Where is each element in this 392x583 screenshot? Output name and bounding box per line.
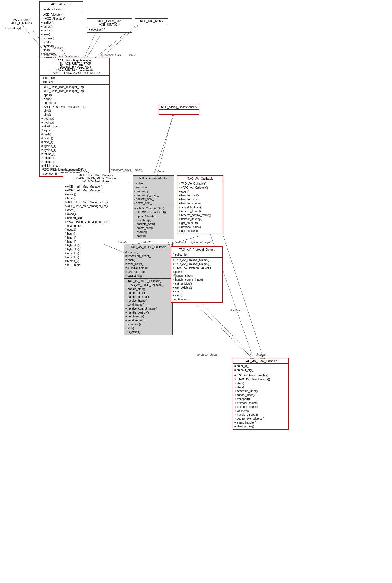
rtcp-channel-out-title: RTCP_Channel_Out: [133, 176, 174, 181]
ace-hash-map-manager-methods: + ACE_Hash_Map_Manager() + ACE_Hash_Map_…: [63, 184, 129, 268]
protocol-object-label-2: #protocol_object_: [197, 353, 219, 356]
tao-av-callback-title: TAO_AV_Callback: [177, 176, 223, 181]
ace-hash-map-manager-ex-large-title: ACE_Hash_Map_Manager _Ex< ACE_UINT32, RT…: [40, 58, 109, 76]
ace-equal-to-title: ACE_Equal_To< ACE_UINT32 >: [87, 19, 132, 27]
ace-hash-uint32-title: ACE_Hash< ACE_UINT32 >: [3, 17, 40, 26]
ace-hash-map-manager-ex-large-box: ACE_Hash_Map_Manager _Ex< ACE_UINT32, RT…: [39, 58, 110, 177]
ace-hash-map-manager-ex-large-methods: + ACE_Hash_Map_Manager_Ex() + ACE_Hash_M…: [40, 85, 109, 176]
ace-string-base-box: ACE_String_Base< char >: [159, 104, 199, 115]
lock-label-1: #lock_: [129, 53, 137, 56]
ace-equal-to-box: ACE_Equal_To< ACE_UINT32 > + operator()(…: [87, 18, 132, 33]
tao-av-flow-handler-box: TAO_AV_Flow_Handler # timer_id_ # timeou…: [233, 358, 289, 430]
hash-key-label-1: #hash_key_: [44, 53, 59, 56]
tao-av-protocol-object-title: TAO_AV_Protocol_Object: [171, 247, 222, 252]
tao-av-rtcp-callback-box: TAO_AV_RTCP_Callback # timeout_ # timest…: [124, 244, 173, 335]
svg-line-12: [202, 305, 253, 356]
allocator-label: -allocator_: [52, 46, 65, 49]
rtcp-channel-out-box: RTCP_Channel_Out - active_ - seq_num_ - …: [133, 175, 174, 239]
lock-label-2: #lock_: [135, 168, 143, 172]
tao-av-protocol-object-attrs: # policy_list_: [171, 252, 222, 258]
ace-string-base-empty: [159, 110, 199, 114]
svg-line-28: [197, 305, 253, 358]
rtcp-channel-out-attrs: - active_ - seq_num_ - timestamp_ - time…: [133, 181, 174, 206]
svg-line-21: [153, 114, 174, 176]
callback-label-2: #callback_: [230, 309, 243, 312]
tao-av-flow-handler-title: TAO_AV_Flow_Handler: [233, 358, 288, 364]
tao-av-callback-methods: + TAO_AV_Callback() + ~TAO_AV_Callback()…: [177, 181, 223, 234]
ace-hash-map-manager-box: ACE_Hash_Map_Manager < ACE_UINT32, RTCP_…: [63, 173, 129, 268]
ace-hash-uint32-box: ACE_Hash< ACE_UINT32 > + operator()(): [3, 17, 41, 31]
hash-key-label-2: #hash_key_: [42, 167, 57, 170]
ace-null-mutex-title: ACE_Null_Mutex: [135, 19, 168, 24]
diagram: ACE_Hash< ACE_UINT32 > + operator()() AC…: [0, 0, 392, 583]
ace-hash-map-manager-title: ACE_Hash_Map_Manager < ACE_UINT32, RTCP_…: [63, 173, 129, 184]
tao-av-protocol-object-box: TAO_AV_Protocol_Object # policy_list_ + …: [171, 246, 223, 303]
svg-line-30: [223, 236, 263, 358]
tao-av-flow-handler-methods: + TAO_AV_Flow_Handler() + ~TAO_AV_Flow_H…: [233, 373, 288, 429]
ace-null-mutex-box: ACE_Null_Mutex: [135, 18, 168, 27]
callback-label-1: #callback_: [175, 241, 188, 244]
inputs-label: #inputs_: [118, 241, 129, 244]
compare-keys-label-2: #compare_keys_: [111, 168, 132, 172]
svg-line-7: [157, 115, 173, 175]
output-label: #output_: [140, 241, 151, 244]
tao-av-callback-box: TAO_AV_Callback + TAO_AV_Callback() + ~T…: [177, 175, 223, 234]
tao-av-rtcp-callback-attrs: # timeout_ # timestamp_offset_ # hash() …: [124, 250, 172, 279]
rtcp-channel-out-methods: + RTCP_Channel_Out() + ~RTCP_Channel_Out…: [133, 206, 174, 239]
handler-label: #handler_: [256, 353, 268, 356]
tao-av-rtcp-callback-methods: + TAO_AV_RTCP_Callback() + ~TAO_AV_RTCP_…: [124, 279, 172, 335]
tao-av-flow-handler-attrs: # timer_id_ # timeout_arg_: [233, 364, 288, 373]
ace-allocator-title: ACE_Allocator: [40, 2, 83, 7]
protocol-object-label-1: #protocol_object_: [191, 241, 213, 244]
ace-null-mutex-empty: [135, 24, 168, 27]
cname-label: <cname_: [154, 170, 165, 173]
ace-string-base-title: ACE_String_Base< char >: [159, 104, 199, 110]
ace-allocator-attrs: - delete_allocator_: [40, 7, 83, 12]
ace-hash-map-manager-ex-large-attrs: - total_size_ - cur_size_: [40, 76, 109, 85]
ace-hash-uint32-methods: + operator()(): [3, 26, 40, 31]
tao-av-rtcp-callback-title: TAO_AV_RTCP_Callback: [124, 244, 172, 250]
compare-keys-label-1: #compare_keys_: [101, 53, 122, 56]
ace-equal-to-methods: + operator()(): [87, 27, 132, 32]
tao-av-protocol-object-methods: + TAO_AV_Protocol_Object() + TAO_AV_Prot…: [171, 258, 222, 302]
